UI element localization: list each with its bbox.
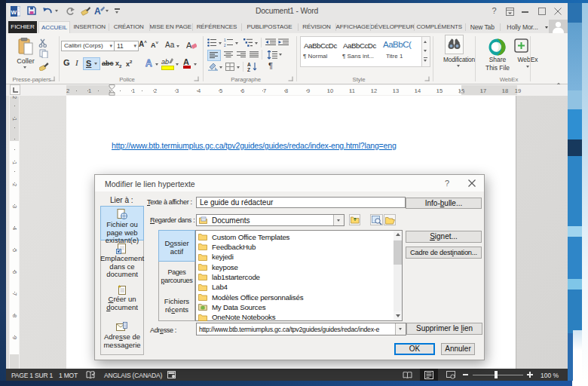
- svg-text:2: 2: [224, 44, 226, 47]
- svg-text:A: A: [186, 41, 192, 50]
- svg-text:1: 1: [224, 38, 226, 42]
- svg-text:Z: Z: [247, 67, 250, 72]
- svg-text:A: A: [145, 58, 152, 68]
- svg-text:A: A: [247, 62, 251, 67]
